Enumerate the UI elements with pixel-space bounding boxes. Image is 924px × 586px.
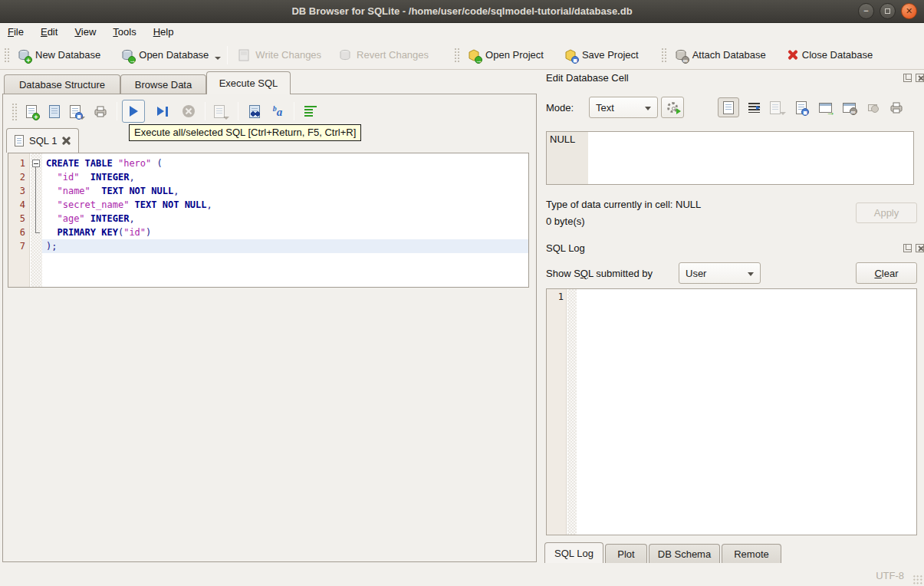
menu-bar: File Edit View Tools Help — [0, 23, 924, 41]
sql-log-filter-combobox[interactable]: User — [679, 262, 761, 284]
export-data-button[interactable]: ■ — [792, 97, 811, 117]
database-attach-icon: ∞ — [674, 48, 688, 62]
save-results-button — [210, 100, 233, 123]
save-sql-file-button[interactable]: ■ — [66, 100, 89, 123]
tab-database-structure[interactable]: Database Structure — [4, 74, 120, 94]
tab-remote[interactable]: Remote — [722, 544, 781, 563]
tab-sql-log[interactable]: SQL Log — [544, 542, 603, 563]
cell-value-editor[interactable]: NULL — [546, 131, 914, 185]
open-window-link-icon: ∞ — [843, 103, 856, 113]
close-button[interactable]: ✕ — [901, 3, 917, 19]
menu-help[interactable]: Help — [153, 26, 174, 38]
close-database-button[interactable]: Close Database — [783, 46, 878, 64]
write-changes-button: Write Changes — [232, 45, 326, 65]
import-data-icon — [770, 101, 781, 114]
print-cell-button[interactable] — [887, 97, 906, 117]
open-window-link-button[interactable]: ∞ — [840, 97, 858, 117]
database-revert-icon — [338, 48, 352, 62]
clear-log-button[interactable]: Clear — [856, 262, 917, 284]
code-line[interactable]: 4 "secret_name" TEXT NOT NULL, — [8, 198, 528, 212]
menu-edit[interactable]: Edit — [41, 26, 58, 38]
chevron-down-icon — [748, 272, 754, 276]
log-line-number: 1 — [547, 291, 564, 302]
toolbar-grip[interactable] — [660, 47, 666, 64]
execute-line-button[interactable] — [151, 100, 174, 123]
revert-changes-button: Revert Changes — [334, 45, 433, 65]
fold-cell — [30, 212, 42, 226]
menu-view[interactable]: View — [74, 26, 96, 38]
code-line[interactable]: 6 PRIMARY KEY("id") — [8, 226, 528, 239]
new-database-button[interactable]: + New Database — [12, 45, 105, 65]
sql-log-filter-label: Show SQL submitted by — [546, 268, 653, 279]
open-sql-file-icon — [49, 105, 60, 118]
open-external-icon: → — [819, 103, 832, 113]
code-text: "name" TEXT NOT NULL, — [42, 184, 528, 198]
apply-button: Apply — [856, 202, 917, 223]
code-line[interactable]: 3 "name" TEXT NOT NULL, — [8, 184, 528, 198]
format-sql-button[interactable] — [299, 100, 322, 123]
float-dock-icon[interactable] — [903, 244, 912, 252]
line-number: 3 — [8, 184, 30, 198]
sql-code-editor[interactable]: 1CREATE TABLE "hero" (2 "id" INTEGER,3 "… — [8, 153, 529, 288]
cell-size-info: 0 byte(s) — [546, 216, 585, 227]
set-null-button — [863, 97, 882, 117]
text-mode-button[interactable] — [718, 97, 739, 117]
save-project-button[interactable]: ■ Save Project — [559, 45, 643, 65]
maximize-button[interactable] — [880, 3, 896, 19]
resize-grip[interactable] — [912, 574, 922, 584]
toolbar-separator — [238, 102, 238, 120]
open-sql-file-button[interactable] — [43, 100, 66, 123]
cell-value: NULL — [550, 133, 575, 145]
minimize-button[interactable]: − — [858, 3, 874, 19]
toolbar-separator — [117, 102, 117, 120]
open-database-dropdown-icon[interactable] — [215, 57, 221, 60]
execute-tooltip: Execute all/selected SQL [Ctrl+Return, F… — [129, 124, 361, 141]
close-tab-icon[interactable] — [62, 137, 71, 145]
open-database-button[interactable]: → Open Database — [116, 45, 213, 65]
tab-db-schema[interactable]: DB Schema — [649, 544, 720, 563]
sql-log-view[interactable]: 1 — [546, 288, 917, 535]
replace-button[interactable]: ba — [266, 100, 289, 123]
fold-collapse-icon[interactable] — [32, 160, 40, 167]
code-line[interactable]: 5 "age" INTEGER, — [8, 212, 528, 226]
code-line[interactable]: 1CREATE TABLE "hero" ( — [8, 156, 528, 170]
log-line-number-gutter — [547, 289, 567, 535]
code-text: CREATE TABLE "hero" ( — [42, 156, 528, 170]
code-line[interactable]: 7); — [8, 239, 528, 253]
format-sql-icon — [304, 106, 317, 117]
tab-execute-sql[interactable]: Execute SQL — [206, 71, 291, 94]
project-open-icon: → — [467, 48, 481, 62]
apply-settings-button[interactable] — [661, 97, 684, 118]
new-tab-button[interactable]: + — [20, 100, 43, 123]
find-icon — [249, 105, 260, 118]
code-line[interactable]: 2 "id" INTEGER, — [8, 170, 528, 184]
sql-document-tab[interactable]: SQL 1 — [6, 128, 79, 153]
mode-combobox[interactable]: Text — [589, 97, 658, 118]
tab-plot[interactable]: Plot — [605, 544, 647, 563]
close-dock-icon[interactable] — [916, 244, 924, 252]
float-dock-icon[interactable] — [903, 74, 912, 82]
open-external-button[interactable]: → — [816, 97, 834, 117]
execute-line-icon — [157, 107, 164, 116]
tab-browse-data[interactable]: Browse Data — [120, 74, 206, 94]
toolbar-grip[interactable] — [3, 47, 9, 64]
line-number: 6 — [8, 226, 30, 239]
line-number: 2 — [8, 170, 30, 184]
print-button[interactable] — [89, 100, 112, 123]
new-tab-icon: + — [26, 105, 37, 118]
code-text: ); — [42, 239, 528, 253]
attach-database-button[interactable]: ∞ Attach Database — [669, 45, 771, 65]
find-button[interactable] — [243, 100, 266, 123]
menu-tools[interactable]: Tools — [113, 26, 136, 38]
open-project-button[interactable]: → Open Project — [462, 45, 548, 65]
close-dock-icon[interactable] — [916, 74, 924, 82]
close-icon: ✕ — [902, 4, 916, 18]
menu-file[interactable]: File — [8, 26, 24, 38]
word-wrap-button[interactable] — [745, 97, 763, 117]
execute-all-button[interactable] — [122, 100, 145, 123]
print-icon — [94, 104, 107, 118]
titlebar[interactable]: DB Browser for SQLite - /home/user/code/… — [0, 0, 924, 23]
fold-cell — [30, 170, 42, 184]
toolbar-grip[interactable] — [453, 47, 459, 64]
toolbar-grip[interactable] — [11, 102, 17, 120]
